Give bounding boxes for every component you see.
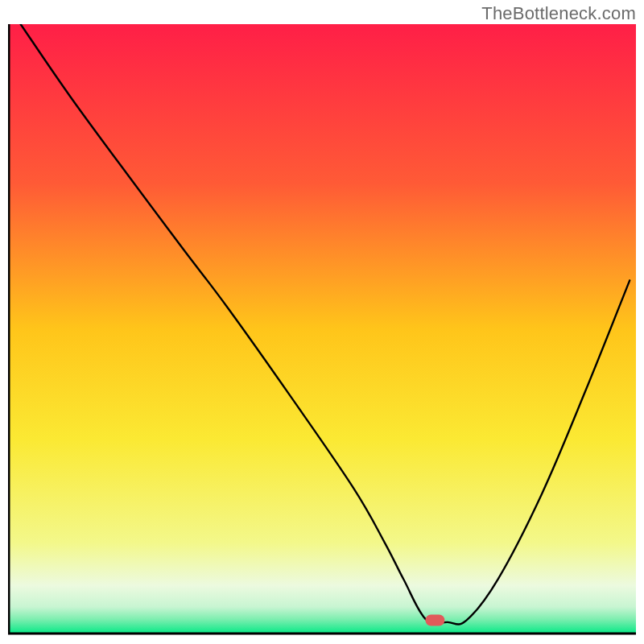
optimal-point-marker [425,615,444,626]
watermark-text: TheBottleneck.com [481,3,636,24]
plot-background [8,24,636,634]
chart-svg [8,24,636,636]
chart-area [8,24,636,636]
